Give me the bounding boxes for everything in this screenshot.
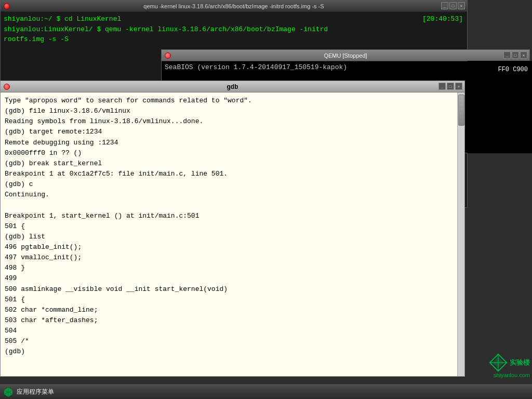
gdb-line: 496 pgtable_init(); (5, 242, 460, 252)
watermark-logo: 实验楼 (489, 353, 530, 372)
gdb-titlebar: gdb _ □ ✕ (1, 81, 464, 92)
gdb-line: 504 (5, 326, 460, 336)
gdb-minimize-btn[interactable]: _ (438, 83, 446, 90)
terminal-titlebar: qemu -kernel linux-3.18.6/arch/x86/boot/… (1, 1, 467, 12)
taskbar: 应用程序菜单 (0, 384, 532, 399)
gdb-line: 505 /* (5, 336, 460, 347)
gdb-line: (gdb) break start_kernel (5, 158, 460, 169)
gdb-line: (gdb) target remote:1234 (5, 127, 460, 137)
gdb-win-controls: _ □ ✕ (438, 83, 462, 90)
qemu-hex-text: FF0 C900 (498, 66, 528, 73)
gdb-content: Type "apropos word" to search for comman… (1, 92, 464, 376)
taskbar-app-label[interactable]: 应用程序菜单 (17, 388, 54, 396)
gdb-line: (gdb) list (5, 232, 460, 242)
gdb-line: 502 char *command_line; (5, 305, 460, 315)
gdb-line: Remote debugging using :1234 (5, 138, 460, 148)
terminal-win-controls: _ □ ✕ (441, 2, 465, 9)
qemu-titlebar: QEMU [Stopped] _ □ ✕ (162, 50, 529, 61)
gdb-line: Type "apropos word" to search for comman… (5, 96, 460, 106)
gdb-red-dot (4, 84, 10, 90)
terminal-line3: rootfs.img -s -S (4, 34, 464, 45)
qemu-minimize-btn[interactable]: _ (503, 51, 511, 59)
qemu-maximize-btn[interactable]: □ (512, 51, 519, 59)
gdb-close-btn[interactable]: ✕ (455, 83, 462, 90)
gdb-line: 0x0000fff0 in ?? () (5, 148, 460, 158)
qemu-display-area: FF0 C900 (468, 61, 532, 153)
gdb-line: 500 asmlinkage __visible void __init sta… (5, 284, 460, 295)
terminal-content: [20:40:53] shiyanlou:~/ $ cd LinuxKernel… (1, 12, 467, 47)
gdb-line: (gdb) (5, 347, 460, 357)
gdb-line: Continuing. (5, 190, 460, 200)
gdb-window: gdb _ □ ✕ Type "apropos word" to search … (0, 81, 465, 377)
gdb-line: (gdb) file linux-3.18.6/vmlinux (5, 106, 460, 116)
terminal-line1: shiyanlou:~/ $ cd LinuxKernel (4, 14, 464, 24)
gdb-line: 497 vmalloc_init(); (5, 252, 460, 263)
watermark: 实验楼 shiyanlou.com (489, 353, 530, 378)
gdb-line: 499 (5, 273, 460, 284)
qemu-red-dot (165, 52, 171, 59)
terminal-title: qemu -kernel linux-3.18.6/arch/x86/boot/… (143, 3, 324, 9)
gdb-maximize-btn[interactable]: □ (447, 83, 454, 90)
terminal-line2: shiyanlou:LinuxKernel/ $ qemu -kernel li… (4, 24, 464, 35)
watermark-text: 实验楼 (510, 358, 530, 367)
gdb-line: (gdb) c (5, 179, 460, 190)
qemu-title: QEMU [Stopped] (324, 52, 367, 59)
qemu-close-btn[interactable]: ✕ (520, 51, 527, 59)
terminal-red-dot (4, 3, 10, 9)
watermark-url: shiyanlou.com (494, 372, 530, 378)
gdb-line: Breakpoint 1, start_kernel () at init/ma… (5, 211, 460, 221)
terminal-timestamp: [20:40:53] (422, 14, 463, 24)
gdb-scrollbar[interactable] (457, 92, 464, 376)
gdb-title: gdb (227, 83, 238, 90)
gdb-line: Reading symbols from linux-3.18.6/vmlinu… (5, 116, 460, 127)
gdb-line: Breakpoint 1 at 0xc1a2f7c5: file init/ma… (5, 169, 460, 179)
gdb-line: 501 { (5, 221, 460, 232)
terminal-maximize-btn[interactable]: □ (449, 2, 457, 9)
gdb-line: 501 { (5, 295, 460, 305)
terminal-close-btn[interactable]: ✕ (458, 2, 465, 9)
terminal-minimize-btn[interactable]: _ (441, 2, 448, 9)
watermark-diamond-icon (489, 353, 508, 372)
gdb-scrollbar-thumb[interactable] (458, 95, 464, 126)
gdb-line: 503 char *after_dashes; (5, 315, 460, 326)
gdb-line: 498 } (5, 263, 460, 273)
gdb-line (5, 200, 460, 210)
qemu-win-controls: _ □ ✕ (503, 51, 527, 59)
taskbar-app-icon (3, 387, 14, 397)
